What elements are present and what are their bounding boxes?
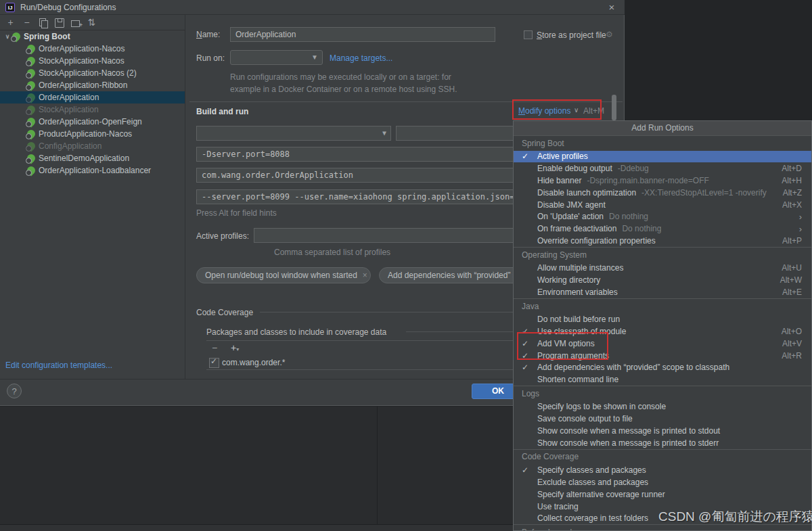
gear-icon[interactable]: ⚙	[606, 30, 613, 39]
popup-section-logs: Logs	[514, 386, 811, 401]
spring-boot-icon	[27, 57, 35, 65]
popup-item-specify-classes-and-packages[interactable]: ✓Specify classes and packages	[514, 464, 811, 476]
popup-item-disable-jmx-agent[interactable]: Disable JMX agentAlt+X	[514, 199, 811, 211]
name-input[interactable]: OrderApplication	[230, 27, 495, 42]
popup-item-label: Save console output to file	[537, 414, 633, 423]
popup-item-label: Active profiles	[537, 152, 588, 161]
tree-item-orderapplication-loadbalancer[interactable]: OrderApplication-Loadbalancer	[0, 164, 185, 177]
popup-item-on-frame-deactivation[interactable]: On frame deactivationDo nothing›	[514, 223, 811, 235]
ide-statusbar	[0, 525, 513, 531]
popup-item-allow-multiple-instances[interactable]: Allow multiple instancesAlt+U	[514, 262, 811, 274]
intellij-logo-icon: IJ	[5, 3, 15, 12]
popup-item-exclude-classes-and-packages[interactable]: Exclude classes and packages	[514, 476, 811, 488]
popup-item-specify-logs-to-be-shown-in-console[interactable]: Specify logs to be shown in console	[514, 401, 811, 413]
popup-item-active-profiles[interactable]: ✓Active profiles	[514, 151, 811, 163]
popup-item-use-classpath-of-module[interactable]: ✓Use classpath of moduleAlt+O	[514, 325, 811, 338]
tree-item-orderapplication-ribbon[interactable]: OrderApplication-Ribbon	[0, 79, 185, 91]
jre-select[interactable]: java 11 SDK of 'order' module ▼	[196, 126, 391, 141]
popup-item-label: Use classpath of module	[537, 327, 626, 336]
coverage-pattern-checkbox[interactable]	[209, 358, 219, 368]
popup-item-label: Override configuration properties	[537, 236, 656, 246]
popup-item-disable-launch-optimization[interactable]: Disable launch optimization-XX:TieredSto…	[514, 187, 811, 199]
modify-options-link[interactable]: Modify options	[518, 106, 570, 116]
popup-item-specify-alternative-coverage-runner[interactable]: Specify alternative coverage runner	[514, 488, 811, 501]
popup-item-label: Disable launch optimization	[537, 188, 636, 198]
popup-item-enable-debug-output[interactable]: Enable debug output-DdebugAlt+D	[514, 162, 811, 175]
popup-item-environment-variables[interactable]: Environment variablesAlt+E	[514, 286, 811, 298]
popup-item-shortcut: Alt+X	[782, 200, 802, 210]
tree-item-orderapplication-openfeign[interactable]: OrderApplication-OpenFeign	[0, 116, 185, 128]
popup-item-hint: Do nothing	[622, 224, 661, 233]
edit-configuration-templates-link[interactable]: Edit configuration templates...	[5, 361, 112, 370]
ide-background	[0, 407, 513, 531]
popup-rows: Spring Boot✓Active profilesEnable debug …	[514, 136, 811, 531]
run-on-label: Run on:	[196, 53, 225, 63]
popup-item-show-console-when-a-message-is-printed-to-stderr[interactable]: Show console when a message is printed t…	[514, 437, 811, 449]
spring-boot-icon	[27, 106, 35, 114]
tree-item-orderapplication-nacos[interactable]: OrderApplication-Nacos	[0, 43, 185, 55]
new-folder-icon[interactable]	[70, 17, 81, 28]
checkmark-icon: ✓	[522, 465, 537, 475]
sort-icon[interactable]: ⇅	[86, 17, 97, 28]
spring-boot-icon	[27, 81, 35, 89]
popup-section-spring-boot: Spring Boot	[514, 136, 811, 151]
tree-item-stockapplication-nacos[interactable]: StockApplication-Nacos	[0, 55, 185, 67]
configurations-tree: ∨Spring BootOrderApplication-NacosStockA…	[0, 30, 185, 355]
popup-item-shorten-command-line[interactable]: Shorten command line	[514, 373, 811, 386]
remove-icon[interactable]: −	[21, 17, 32, 28]
store-as-project-file-label: Store as project file	[537, 30, 606, 40]
run-on-description-line1: Run configurations may be executed local…	[230, 72, 451, 82]
run-on-select[interactable]: ⌂ Local machine ▼	[230, 50, 323, 65]
popup-item-save-console-output-to-file[interactable]: Save console output to file	[514, 413, 811, 425]
popup-item-shortcut: Alt+U	[782, 263, 802, 273]
popup-item-override-configuration-properties[interactable]: Override configuration propertiesAlt+P	[514, 235, 811, 247]
coverage-pattern-label: com.wang.order.*	[222, 358, 285, 367]
add-pattern-icon[interactable]: +▾	[231, 342, 239, 353]
popup-item-hint: -Ddebug	[618, 164, 649, 173]
tree-item-configapplication[interactable]: ConfigApplication	[0, 140, 185, 152]
copy-icon[interactable]	[37, 17, 49, 28]
scrollbar-thumb[interactable]	[612, 95, 616, 120]
popup-item-working-directory[interactable]: Working directoryAlt+W	[514, 274, 811, 286]
popup-item-on-update-action[interactable]: On 'Update' actionDo nothing›	[514, 210, 811, 223]
remove-pattern-icon[interactable]: −	[212, 342, 217, 353]
popup-item-hide-banner[interactable]: Hide banner-Dspring.main.banner-mode=OFF…	[514, 175, 811, 187]
spring-boot-icon	[12, 32, 20, 41]
spring-boot-icon	[27, 166, 35, 175]
tree-item-sentineldemoapplication[interactable]: SentinelDemoApplication	[0, 152, 185, 164]
tree-item-productapplication-nacos[interactable]: ProductApplication-Nacos	[0, 128, 185, 140]
popup-item-do-not-build-before-run[interactable]: Do not build before run	[514, 313, 811, 325]
checkmark-icon: ✓	[522, 339, 537, 348]
section-rule	[189, 101, 623, 102]
chevron-down-icon: ▾	[236, 346, 239, 352]
tool-window-tag[interactable]: Open run/debug tool window when started …	[196, 267, 371, 283]
chevron-down-icon[interactable]: ∨	[574, 106, 579, 114]
popup-item-show-console-when-a-message-is-printed-to-stdout[interactable]: Show console when a message is printed t…	[514, 425, 811, 437]
store-as-project-file-checkbox[interactable]	[524, 30, 533, 39]
coverage-subtitle: Packages and classes to include in cover…	[206, 327, 386, 337]
tree-item-stockapplication[interactable]: StockApplication	[0, 103, 185, 116]
popup-item-label: Hide banner	[537, 176, 581, 185]
popup-item-label: Enable debug output	[537, 164, 612, 173]
popup-item-shortcut: Alt+O	[782, 327, 802, 336]
popup-item-label: On 'Update' action	[537, 212, 604, 221]
popup-item-label: Shorten command line	[537, 375, 618, 384]
tree-item-orderapplication[interactable]: OrderApplication	[0, 91, 185, 103]
submenu-arrow-icon: ›	[799, 212, 802, 222]
tree-root-spring-boot[interactable]: ∨Spring Boot	[0, 30, 185, 43]
close-icon[interactable]: ×	[363, 271, 367, 280]
popup-item-label: Allow multiple instances	[537, 263, 623, 273]
manage-targets-link[interactable]: Manage targets...	[330, 53, 392, 63]
popup-item-add-vm-options[interactable]: ✓Add VM optionsAlt+V	[514, 338, 811, 350]
tree-item-stockapplication-nacos-2-[interactable]: StockApplication-Nacos (2)	[0, 67, 185, 79]
add-icon[interactable]: +	[5, 17, 16, 28]
close-icon[interactable]: ×	[605, 1, 618, 14]
popup-item-shortcut: Alt+Z	[783, 188, 802, 198]
popup-item-program-arguments[interactable]: ✓Program argumentsAlt+R	[514, 350, 811, 362]
chevron-down-icon: ▼	[311, 51, 318, 64]
help-button[interactable]: ?	[7, 384, 22, 398]
popup-item-label: Specify alternative coverage runner	[537, 490, 665, 499]
configurations-toolbar: +−⇅	[0, 15, 185, 30]
popup-item-add-dependencies-with-provided-scope-to-classpath[interactable]: ✓Add dependencies with “provided” scope …	[514, 361, 811, 373]
save-icon[interactable]	[53, 17, 65, 28]
